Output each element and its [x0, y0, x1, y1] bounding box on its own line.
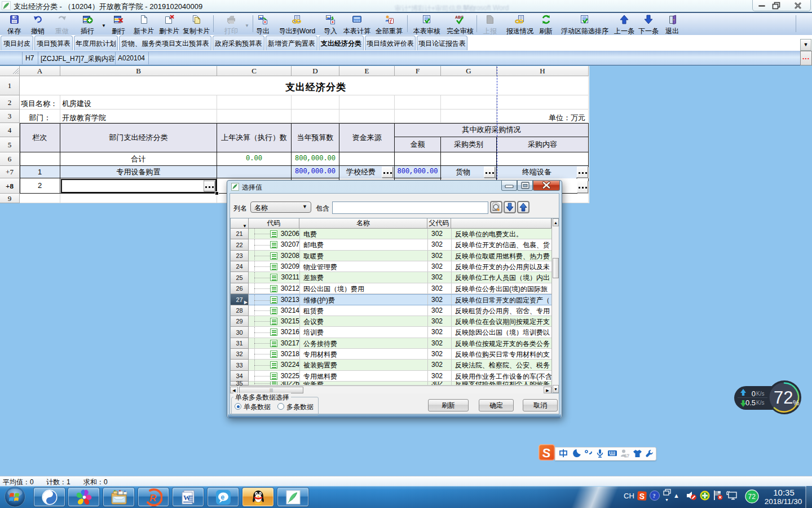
svg-text:72: 72 [774, 388, 793, 408]
svg-text:%: % [793, 398, 800, 407]
svg-text:R: R [149, 493, 157, 503]
svg-text:17: 17 [624, 453, 629, 458]
svg-text:e: e [220, 493, 224, 501]
svg-text:S: S [639, 492, 645, 501]
svg-text:72: 72 [748, 493, 756, 501]
svg-text:?: ? [653, 493, 656, 499]
svg-text:S: S [542, 445, 551, 460]
